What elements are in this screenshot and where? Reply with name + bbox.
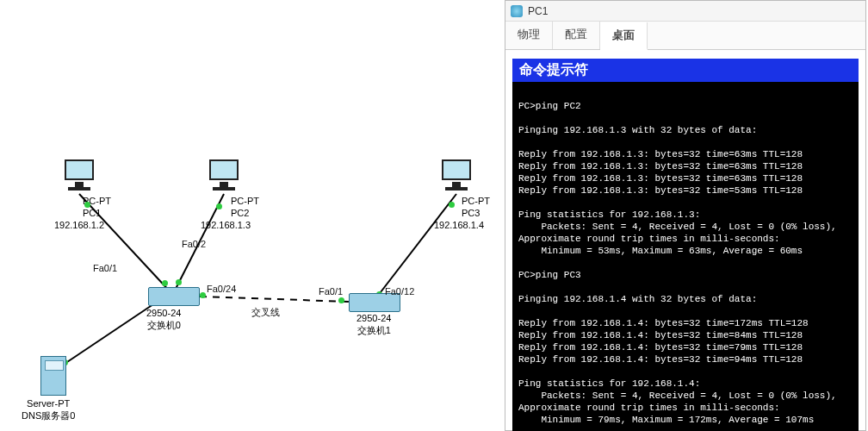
terminal-container: 命令提示符 PC>ping PC2 Pinging 192.168.1.3 wi… [505, 50, 865, 431]
window-title: PC1 [528, 5, 548, 17]
app-icon [511, 5, 523, 17]
terminal-output[interactable]: PC>ping PC2 Pinging 192.168.1.3 with 32 … [512, 82, 859, 431]
pc3-label: PC-PT PC3 [462, 195, 490, 219]
tab-config[interactable]: 配置 [553, 22, 600, 49]
topology-canvas[interactable]: PC-PT PC1 192.168.1.2 PC-PT PC2 192.168.… [0, 0, 499, 431]
iface-fa0-1-sw0: Fa0/1 [93, 263, 117, 273]
iface-fa0-24-sw0: Fa0/24 [207, 284, 236, 294]
device-pc1[interactable] [62, 159, 96, 194]
pc1-label: PC-PT PC1 [83, 195, 111, 219]
tab-physical[interactable]: 物理 [505, 22, 553, 49]
device-pc3[interactable] [439, 159, 474, 194]
svg-line-4 [200, 297, 350, 302]
sw1-label: 2950-24 交换机1 [356, 312, 391, 336]
terminal-title: 命令提示符 [512, 59, 859, 82]
device-switch0[interactable] [148, 287, 200, 306]
pc3-ip: 192.168.1.4 [425, 219, 493, 231]
tab-bar: 物理 配置 桌面 [505, 22, 865, 50]
server-label: Server-PT DNS服务器0 [22, 397, 75, 422]
crossover-label: 交叉线 [251, 306, 280, 319]
device-pc2[interactable] [207, 159, 241, 194]
pc2-ip: 192.168.1.3 [191, 219, 260, 231]
svg-line-2 [375, 194, 456, 300]
sw0-label: 2950-24 交换机0 [146, 307, 181, 331]
tab-desktop[interactable]: 桌面 [600, 22, 648, 50]
pc1-ip: 192.168.1.2 [45, 219, 114, 231]
iface-fa0-2-sw0: Fa0/2 [182, 239, 206, 249]
iface-fa0-1-sw1: Fa0/1 [319, 286, 343, 297]
device-server[interactable] [40, 356, 66, 396]
iface-fa0-12-sw1: Fa0/12 [385, 286, 414, 297]
pc2-label: PC-PT PC2 [231, 195, 259, 219]
pc1-window[interactable]: PC1 物理 配置 桌面 命令提示符 PC>ping PC2 Pinging 1… [505, 0, 866, 431]
window-titlebar[interactable]: PC1 [505, 1, 865, 22]
